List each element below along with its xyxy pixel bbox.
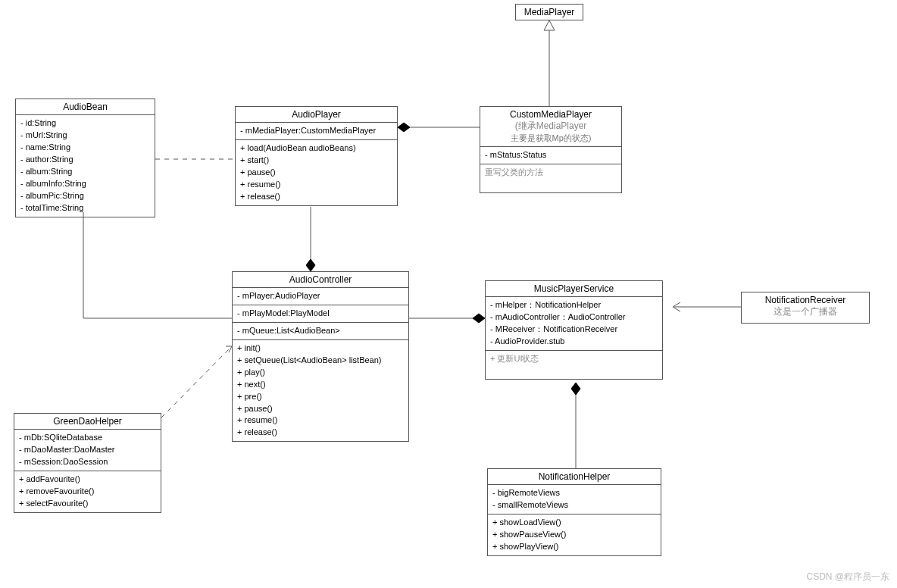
watermark: CSDN @程序员一东 bbox=[806, 571, 889, 583]
class-title: MusicPlayerService bbox=[486, 281, 662, 297]
attr: - mPlayModel:PlayModel bbox=[237, 308, 404, 320]
note: + 更新UI状态 bbox=[486, 351, 662, 379]
attr: - mStatus:Status bbox=[485, 149, 617, 161]
attributes: - id:String - mUrl:String - name:String … bbox=[16, 115, 155, 217]
methods: + load(AudioBean audioBeans) + start() +… bbox=[236, 140, 397, 205]
svg-marker-3 bbox=[398, 123, 410, 132]
attr: - album:String bbox=[20, 166, 150, 178]
method: + pre() bbox=[237, 391, 404, 403]
svg-marker-1 bbox=[544, 20, 555, 30]
method: + release() bbox=[240, 191, 392, 203]
method: + removeFavourite() bbox=[19, 486, 156, 498]
class-title: AudioController bbox=[233, 272, 408, 288]
method: + play() bbox=[237, 367, 404, 379]
class-audiobean: AudioBean - id:String - mUrl:String - na… bbox=[15, 99, 155, 217]
svg-marker-11 bbox=[473, 314, 485, 323]
attr: - smallRemoteViews bbox=[492, 499, 656, 511]
attributes: - mMediaPlayer:CustomMediaPlayer bbox=[236, 123, 397, 140]
method: + resume() bbox=[237, 414, 404, 427]
attr: - mPlayer:AudioPlayer bbox=[237, 290, 404, 302]
class-subtitle: (继承MediaPlayer bbox=[480, 120, 621, 133]
method: + next() bbox=[237, 379, 404, 391]
method: + showPlayView() bbox=[492, 541, 656, 553]
svg-marker-6 bbox=[306, 259, 315, 271]
attr: - albumInfo:String bbox=[20, 178, 150, 190]
class-audiocontroller: AudioController - mPlayer:AudioPlayer - … bbox=[232, 271, 409, 442]
methods: + showLoadView() + showPauseView() + sho… bbox=[488, 514, 661, 555]
method: + start() bbox=[240, 155, 392, 167]
note-text: + 更新UI状态 bbox=[490, 353, 658, 365]
svg-marker-14 bbox=[571, 383, 580, 395]
method: + release() bbox=[237, 427, 404, 439]
attr: - mUrl:String bbox=[20, 130, 150, 142]
class-audioplayer: AudioPlayer - mMediaPlayer:CustomMediaPl… bbox=[235, 106, 398, 206]
note: 重写父类的方法 bbox=[480, 164, 621, 192]
methods: + addFavourite() + removeFavourite() + s… bbox=[14, 471, 161, 512]
method: + addFavourite() bbox=[19, 474, 156, 486]
svg-line-9 bbox=[161, 346, 232, 418]
attr: - mQueue:List<AudioBean> bbox=[237, 325, 404, 337]
attributes: - mStatus:Status bbox=[480, 147, 621, 164]
class-mediaplayer: MediaPlayer bbox=[515, 4, 583, 20]
attr: - MReceiver：NotificationReceiver bbox=[490, 324, 658, 336]
class-subtitle: 主要是获取Mp的状态) bbox=[480, 133, 621, 147]
class-subtitle: 这是一个广播器 bbox=[742, 305, 869, 323]
method: + showLoadView() bbox=[492, 517, 656, 529]
method: + selectFavourite() bbox=[19, 498, 156, 510]
attr: - mHelper：NotificationHelper bbox=[490, 299, 658, 311]
attr: - id:String bbox=[20, 117, 150, 130]
attr: - mDaoMaster:DaoMaster bbox=[19, 444, 156, 456]
class-greendaohelper: GreenDaoHelper - mDb:SQliteDatabase - mD… bbox=[14, 413, 161, 513]
class-notificationhelper: NotificationHelper - bigRemoteViews - sm… bbox=[487, 468, 661, 556]
class-title: GreenDaoHelper bbox=[14, 414, 161, 430]
methods: + init() + setQueue(List<AudioBean> list… bbox=[233, 340, 408, 442]
attributes: - bigRemoteViews - smallRemoteViews bbox=[488, 485, 661, 514]
attr: - albumPic:String bbox=[20, 190, 150, 202]
attr: - mSession:DaoSession bbox=[19, 456, 156, 468]
attr: - mMediaPlayer:CustomMediaPlayer bbox=[240, 125, 392, 137]
attr: - mAudioController：AudioController bbox=[490, 311, 658, 324]
class-custommediaplayer: CustomMediaPlayer (继承MediaPlayer 主要是获取Mp… bbox=[480, 106, 622, 193]
class-title: NotificationHelper bbox=[488, 469, 661, 485]
attributes: - mDb:SQliteDatabase - mDaoMaster:DaoMas… bbox=[14, 430, 161, 471]
attributes: - mQueue:List<AudioBean> bbox=[233, 323, 408, 340]
class-notificationreceiver: NotificationReceiver 这是一个广播器 bbox=[741, 292, 870, 324]
method: + pause() bbox=[240, 167, 392, 179]
attr: - AudioProvider.stub bbox=[490, 336, 658, 348]
method: + load(AudioBean audioBeans) bbox=[240, 142, 392, 155]
method: + setQueue(List<AudioBean> listBean) bbox=[237, 355, 404, 367]
attr: - name:String bbox=[20, 142, 150, 154]
class-title: NotificationReceiver bbox=[742, 292, 869, 305]
method: + init() bbox=[237, 342, 404, 355]
method: + pause() bbox=[237, 403, 404, 415]
attr: - totalTime:String bbox=[20, 202, 150, 214]
attributes: - mPlayModel:PlayModel bbox=[233, 305, 408, 323]
class-title: CustomMediaPlayer bbox=[480, 107, 621, 120]
method: + showPauseView() bbox=[492, 529, 656, 541]
attr: - author:String bbox=[20, 154, 150, 166]
class-title: MediaPlayer bbox=[516, 5, 583, 20]
class-title: AudioBean bbox=[16, 99, 155, 115]
attr: - mDb:SQliteDatabase bbox=[19, 432, 156, 444]
class-title: AudioPlayer bbox=[236, 107, 397, 123]
attributes: - mHelper：NotificationHelper - mAudioCon… bbox=[486, 297, 662, 351]
method: + resume() bbox=[240, 179, 392, 191]
attributes: - mPlayer:AudioPlayer bbox=[233, 288, 408, 305]
attr: - bigRemoteViews bbox=[492, 487, 656, 499]
class-musicplayerservice: MusicPlayerService - mHelper：Notificatio… bbox=[485, 280, 663, 380]
note-text: 重写父类的方法 bbox=[485, 167, 617, 179]
